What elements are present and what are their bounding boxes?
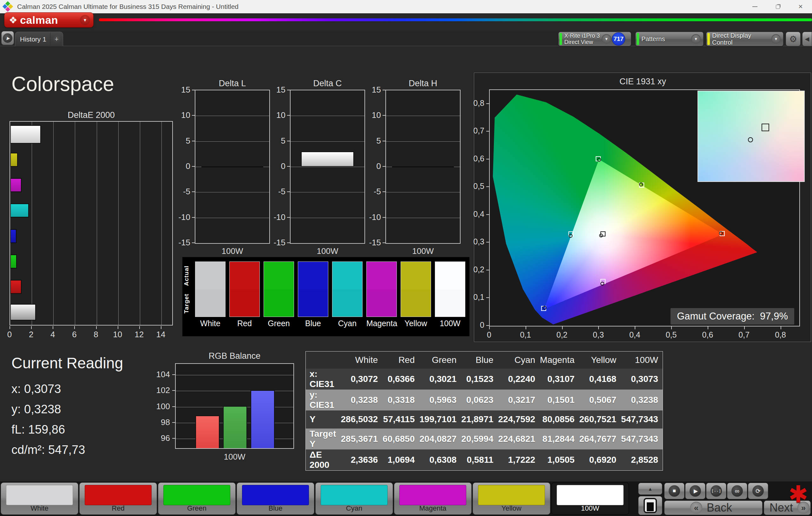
deltae-tick-label: 10 [111,330,124,339]
actual-marker-green [597,158,601,162]
minimize-button[interactable] [744,0,766,13]
history-advance-icon: ▶ [3,33,12,43]
pattern-button-magenta[interactable]: Magenta [394,482,472,515]
delta-tick-label: 0 [267,161,286,171]
actual-swatch [332,262,362,290]
deltae-gridline [162,122,162,325]
gamut-coverage-readout: Gamut Coverage: 97,9% [670,308,794,325]
swatch-column-green: Green [264,262,294,328]
meter-reading-badge[interactable]: 717 [612,32,625,45]
stop-button[interactable]: ■ [664,483,685,499]
cie-x-tick-label: 0 [480,330,499,339]
table-cell: 0,3072 [341,369,382,390]
deltae-tick [9,326,10,329]
continuous-read-button[interactable]: ∞ [727,483,747,499]
refresh-button[interactable]: ⟳ [748,483,768,499]
history-advance-button[interactable]: ▶ [1,31,14,45]
delta-chart-title: Delta L [195,79,270,88]
rgb-tick-label: 96 [149,433,170,443]
pattern-window-button[interactable] [638,496,662,515]
table-cell: 0,3318 [382,390,419,411]
pattern-swatch-yellow [478,485,545,505]
column-header: Blue [461,352,498,369]
pattern-button-green[interactable]: Green [158,482,236,515]
tab-history-1[interactable]: History 1 + [15,32,63,46]
delta-tick-label: 15 [172,85,190,95]
delta-bar [301,152,354,167]
delta-gridline [386,218,460,218]
cie-x-tick-label: 0,8 [771,330,790,339]
cie-x-tick-label: 0,5 [662,330,681,339]
rgb-tick-label: 98 [149,418,170,427]
delta-tick-label: 5 [172,136,190,146]
cie-y-tick-label: 0,7 [467,126,484,135]
delta-tick-label: -10 [267,212,286,222]
deltae-bar-yellow [10,153,18,167]
deltae-tick [118,326,118,329]
pattern-button-red[interactable]: Red [79,482,157,515]
add-tab-button[interactable]: + [50,32,63,46]
display-control-dropdown[interactable]: Direct Display Control ▼ [706,32,783,46]
table-cell: 0,3238 [341,390,382,411]
delta-x-label: 100W [290,246,365,256]
deltae-chart [9,121,173,326]
swatch-column-magenta: Magenta [366,262,397,328]
meter-line2: Direct View [564,39,600,45]
swatch-white [195,262,226,317]
delta-zero-line [201,166,264,168]
table-cell: 0,1501 [540,390,579,411]
display-control-dropdown-icon: ▼ [772,34,781,44]
pattern-button-yellow[interactable]: Yellow [473,482,550,515]
delta-tick-label: 15 [362,85,381,95]
pattern-size-button[interactable]: [··] [706,483,726,499]
meter-line1: X-Rite i1Pro 3 [564,33,600,39]
pattern-button-100w[interactable]: 100W [551,482,629,515]
rgb-tick-label: 104 [149,370,170,380]
rgb-tick [172,406,175,407]
deltae-tick [139,326,140,329]
pattern-button-label: Magenta [394,504,471,513]
patterns-dropdown-icon: ▼ [691,34,701,44]
deltae-bar-red [10,280,22,294]
delta-tick-label: -15 [267,238,286,247]
table-cell: 0,3073 [621,369,663,390]
rgb-balance-x-label: 100W [175,452,294,462]
close-icon: ✕ [798,3,803,10]
swatch-column-red: Red [229,262,260,328]
alert-asterisk-icon[interactable]: ✱ [788,481,808,508]
deltae-tick-label: 6 [68,330,81,339]
deltae-gridline [32,122,32,325]
pattern-button-label: Green [158,504,235,513]
settings-button[interactable]: ⚙ [786,32,801,46]
table-row: ΔE 20002,36361,06940,63080,58111,72221,0… [306,450,663,471]
table-cell: 21,8971 [461,411,498,428]
calman-logo-icon: ❖ [9,14,18,26]
collapse-panel-button[interactable]: ◀ [802,32,812,46]
pattern-button-white[interactable]: White [1,482,78,515]
maximize-button[interactable] [766,0,789,13]
table-cell: 260,7521 [579,411,621,428]
pattern-button-cyan[interactable]: Cyan [315,482,393,515]
meter-dropdown[interactable]: X-Rite i1Pro 3 Direct View ▼ 717 [558,32,631,46]
target-swatch [195,290,225,317]
pattern-list-up-button[interactable]: ▲ [638,483,662,495]
target-swatch [435,290,465,317]
cie-x-tick [489,327,490,329]
pattern-button-blue[interactable]: Blue [237,482,314,515]
page-title: Colorspace [11,72,114,96]
delta-tick [287,166,290,167]
patterns-dropdown[interactable]: Patterns ▼ [635,32,703,46]
cie-1931-chart: Gamut Coverage: 97,9% [489,89,800,327]
back-button[interactable]: « Back [664,500,762,515]
delta-gridline [291,116,365,116]
table-cell: 0,4168 [579,369,621,390]
delta-tick-label: 10 [267,110,286,120]
calman-window: Calman 2025 Calman Ultimate for Business… [0,0,812,516]
close-button[interactable]: ✕ [789,0,812,13]
delta-tick-label: -5 [362,187,381,196]
display-control-status-indicator [707,33,710,45]
calman-menu-button[interactable]: ❖ calman ▼ [4,12,93,28]
play-button[interactable]: ▶ [685,483,705,499]
deltae-bar-cyan [10,204,29,217]
rgb-tick [172,390,175,391]
